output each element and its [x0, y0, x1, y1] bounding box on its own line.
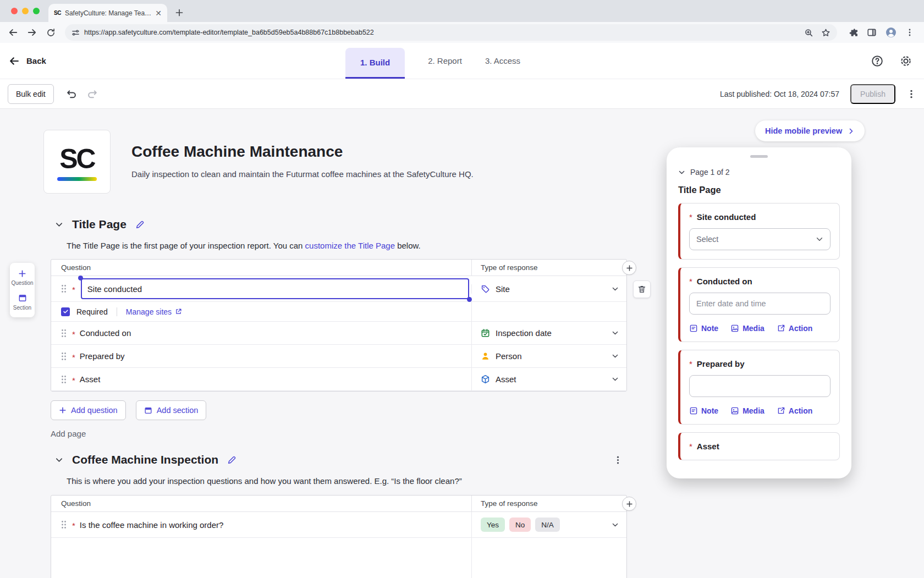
tab-title: SafetyCulture: Manage Teams and...	[65, 9, 151, 17]
question-options-row: Required Manage sites	[51, 302, 626, 322]
required-asterisk: *	[689, 359, 692, 368]
question-column-header: Question	[51, 263, 471, 272]
drag-handle-icon[interactable]	[61, 352, 67, 361]
response-type-dropdown[interactable]: Asset	[471, 368, 626, 390]
site-select-dropdown[interactable]: Select	[689, 228, 831, 250]
publish-button[interactable]: Publish	[850, 84, 895, 104]
add-question-tool[interactable]: Question	[10, 269, 35, 286]
response-type-dropdown[interactable]: Site	[471, 284, 626, 294]
drag-handle-icon[interactable]	[61, 329, 67, 338]
url-bar[interactable]: https://app.safetyculture.com/template-e…	[65, 24, 837, 41]
edit-section-icon[interactable]	[227, 455, 237, 465]
title-page-table: Question Type of response *	[51, 259, 627, 392]
zoom-page-icon[interactable]	[804, 28, 813, 37]
action-button[interactable]: Action	[777, 406, 813, 415]
edit-toolbar: Bulk edit Last published: Oct 18, 2024 0…	[0, 79, 924, 109]
hide-mobile-preview-button[interactable]: Hide mobile preview	[755, 120, 865, 141]
date-time-input[interactable]	[689, 293, 831, 315]
required-checkbox[interactable]	[61, 307, 70, 316]
add-row-button[interactable]	[622, 497, 636, 511]
note-button[interactable]: Note	[689, 324, 718, 333]
tab-report[interactable]: 2. Report	[428, 56, 462, 65]
drag-handle-icon[interactable]	[61, 284, 67, 293]
new-tab-button[interactable]	[172, 5, 187, 20]
media-button[interactable]: Media	[730, 406, 765, 415]
browser-menu-icon[interactable]	[905, 28, 914, 37]
template-title[interactable]: Coffee Machine Maintenance	[131, 143, 474, 161]
question-row-asset[interactable]: * Asset Asset	[51, 368, 626, 391]
response-type-dropdown[interactable]: Inspection date	[471, 322, 626, 344]
action-icon	[777, 406, 785, 415]
minimize-window-button[interactable]	[22, 8, 29, 14]
asset-cube-icon	[481, 375, 490, 384]
profile-avatar[interactable]	[886, 27, 897, 38]
external-link-icon	[175, 308, 182, 315]
browser-forward-button[interactable]	[24, 25, 40, 40]
tab-build[interactable]: 1. Build	[345, 48, 405, 79]
close-window-button[interactable]	[11, 8, 18, 14]
inspection-section-header: Coffee Machine Inspection	[55, 453, 627, 466]
toolbar-menu-icon[interactable]	[906, 89, 916, 99]
question-row-site-conducted[interactable]: * Site	[51, 276, 626, 302]
page-selector[interactable]: Page 1 of 2	[678, 168, 840, 177]
browser-tab[interactable]: SC SafetyCulture: Manage Teams and... ✕	[48, 4, 167, 22]
browser-window: SC SafetyCulture: Manage Teams and... ✕ …	[0, 0, 924, 578]
media-icon	[730, 324, 739, 333]
section-menu-icon[interactable]	[613, 455, 623, 465]
response-type-dropdown[interactable]: Person	[471, 345, 626, 367]
media-button[interactable]: Media	[730, 324, 765, 333]
note-button[interactable]: Note	[689, 406, 718, 415]
person-icon	[481, 351, 490, 361]
question-row-conducted-on[interactable]: * Conducted on Inspection date	[51, 322, 626, 345]
browser-refresh-button[interactable]	[43, 25, 58, 40]
tab-close-icon[interactable]: ✕	[155, 9, 162, 17]
bookmark-star-icon[interactable]	[821, 28, 831, 37]
collapse-chevron-icon[interactable]	[55, 221, 63, 229]
add-section-tool[interactable]: Section	[10, 294, 35, 311]
add-page-link[interactable]: Add page	[51, 429, 86, 438]
split-view-icon[interactable]	[867, 27, 877, 37]
question-row-working-order[interactable]: * Is the coffee machine in working order…	[51, 512, 626, 538]
browser-back-button[interactable]	[6, 25, 21, 40]
chevron-down-icon	[612, 376, 619, 383]
required-asterisk: *	[72, 521, 75, 530]
back-button[interactable]: Back	[0, 56, 46, 67]
browser-action-icons	[844, 27, 919, 38]
tab-access[interactable]: 3. Access	[485, 56, 520, 65]
template-description[interactable]: Daily inspection to clean and maintain t…	[131, 169, 474, 179]
delete-question-button[interactable]	[633, 280, 651, 298]
response-type-dropdown[interactable]: Yes No N/A	[471, 512, 626, 537]
customize-title-page-link[interactable]: customize the Title Page	[305, 241, 395, 250]
help-icon[interactable]	[871, 55, 883, 67]
template-logo[interactable]: SC	[43, 130, 111, 194]
collapse-chevron-icon[interactable]	[55, 456, 63, 464]
bulk-edit-button[interactable]: Bulk edit	[8, 84, 54, 104]
edit-title-page-icon[interactable]	[135, 220, 145, 229]
required-asterisk: *	[72, 285, 75, 294]
preview-page-title: Title Page	[678, 185, 840, 195]
section-icon	[144, 406, 152, 415]
add-question-button[interactable]: Add question	[51, 400, 126, 420]
question-text-input[interactable]	[81, 278, 469, 299]
window-controls	[11, 8, 40, 14]
add-section-button[interactable]: Add section	[136, 400, 207, 420]
settings-gear-icon[interactable]	[900, 55, 912, 67]
site-controls-icon[interactable]	[72, 29, 80, 37]
drag-handle-icon[interactable]	[61, 375, 67, 384]
extensions-icon[interactable]	[848, 27, 858, 37]
action-button[interactable]: Action	[777, 324, 813, 333]
redo-icon[interactable]	[87, 89, 98, 100]
browser-toolbar: https://app.safetyculture.com/template-e…	[0, 22, 924, 43]
question-row-prepared-by[interactable]: * Prepared by Person	[51, 345, 626, 368]
zoom-window-button[interactable]	[33, 8, 40, 14]
undo-icon[interactable]	[66, 89, 77, 100]
editor-step-tabs: 1. Build 2. Report 3. Access	[345, 43, 520, 79]
prepared-by-input[interactable]	[689, 375, 831, 397]
type-column-header: Type of response	[471, 496, 626, 511]
selection-handle[interactable]	[467, 297, 472, 302]
manage-sites-link[interactable]: Manage sites	[126, 307, 182, 316]
drag-handle-icon[interactable]	[61, 520, 67, 529]
required-label[interactable]: Required	[76, 307, 108, 316]
selection-handle[interactable]	[78, 276, 83, 280]
add-row-button[interactable]	[622, 261, 636, 275]
